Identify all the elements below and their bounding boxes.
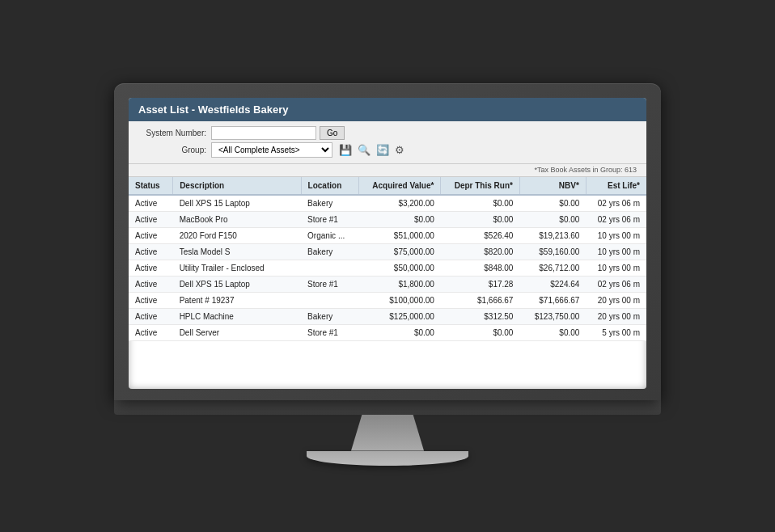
cell-location: Organic ... <box>301 227 358 243</box>
table-body: ActiveDell XPS 15 LaptopBakery$3,200.00$… <box>129 195 646 341</box>
group-select[interactable]: <All Complete Assets> Active Assets Inac… <box>211 142 332 158</box>
cell-depr: $1,666.67 <box>441 292 520 308</box>
app-title: Asset List - Westfields Bakery <box>138 103 288 116</box>
refresh-icon-button[interactable]: 🔄 <box>375 143 391 157</box>
app-container: Asset List - Westfields Bakery System Nu… <box>129 98 646 389</box>
monitor-stand-neck <box>351 415 424 451</box>
toolbar: System Number: Go Group: <All Complete A… <box>129 121 646 164</box>
cell-location: Store #1 <box>301 324 358 340</box>
col-header-acquired: Acquired Value* <box>358 177 441 195</box>
cell-status: Active <box>129 292 173 308</box>
cell-life: 02 yrs 06 m <box>586 276 646 292</box>
table-row[interactable]: ActiveDell XPS 15 LaptopBakery$3,200.00$… <box>129 195 646 212</box>
settings-icon-button[interactable]: ⚙ <box>393 143 406 157</box>
col-header-nbv: NBV* <box>519 177 586 195</box>
cell-life: 20 yrs 00 m <box>586 308 646 324</box>
cell-acquired: $1,800.00 <box>358 276 441 292</box>
cell-description: 2020 Ford F150 <box>173 227 301 243</box>
col-header-status: Status <box>129 177 173 195</box>
cell-acquired: $0.00 <box>358 324 441 340</box>
cell-nbv: $0.00 <box>519 211 586 227</box>
cell-description: Patent # 19237 <box>173 292 301 308</box>
cell-life: 10 yrs 00 m <box>586 243 646 260</box>
toolbar-icon-group: 💾 🔍 🔄 ⚙ <box>337 143 406 157</box>
cell-depr: $848.00 <box>441 260 520 276</box>
cell-nbv: $224.64 <box>519 276 586 292</box>
col-header-description: Description <box>173 177 301 195</box>
cell-description: HPLC Machine <box>173 308 301 324</box>
asset-table: Status Description Location Acquired Val… <box>129 177 646 341</box>
cell-status: Active <box>129 243 173 260</box>
cell-acquired: $3,200.00 <box>358 195 441 212</box>
table-row[interactable]: ActiveHPLC MachineBakery$125,000.00$312.… <box>129 308 646 324</box>
go-button[interactable]: Go <box>320 126 345 140</box>
cell-acquired: $51,000.00 <box>358 227 441 243</box>
cell-life: 02 yrs 06 m <box>586 211 646 227</box>
group-row: Group: <All Complete Assets> Active Asse… <box>138 142 637 158</box>
cell-life: 02 yrs 06 m <box>586 195 646 212</box>
table-row[interactable]: ActivePatent # 19237$100,000.00$1,666.67… <box>129 292 646 308</box>
cell-description: MacBook Pro <box>173 211 301 227</box>
cell-status: Active <box>129 195 173 212</box>
cell-location <box>301 260 358 276</box>
cell-depr: $17.28 <box>441 276 520 292</box>
system-number-input[interactable] <box>211 126 316 140</box>
cell-nbv: $0.00 <box>519 324 586 340</box>
table-row[interactable]: ActiveDell ServerStore #1$0.00$0.00$0.00… <box>129 324 646 340</box>
header-row: Status Description Location Acquired Val… <box>129 177 646 195</box>
cell-status: Active <box>129 308 173 324</box>
col-header-location: Location <box>301 177 358 195</box>
table-row[interactable]: ActiveTesla Model SBakery$75,000.00$820.… <box>129 243 646 260</box>
col-header-depr: Depr This Run* <box>441 177 520 195</box>
info-row: *Tax Book Assets in Group: 613 <box>129 164 646 177</box>
cell-description: Utility Trailer - Enclosed <box>173 260 301 276</box>
monitor-bezel: Asset List - Westfields Bakery System Nu… <box>114 83 661 400</box>
system-number-row: System Number: Go <box>138 126 637 140</box>
cell-nbv: $59,160.00 <box>519 243 586 260</box>
cell-depr: $312.50 <box>441 308 520 324</box>
monitor-wrapper: Asset List - Westfields Bakery System Nu… <box>114 83 661 466</box>
cell-acquired: $0.00 <box>358 211 441 227</box>
table-row[interactable]: ActiveDell XPS 15 LaptopStore #1$1,800.0… <box>129 276 646 292</box>
cell-depr: $0.00 <box>441 195 520 212</box>
cell-acquired: $50,000.00 <box>358 260 441 276</box>
cell-status: Active <box>129 276 173 292</box>
table-row[interactable]: ActiveMacBook ProStore #1$0.00$0.00$0.00… <box>129 211 646 227</box>
cell-location: Store #1 <box>301 276 358 292</box>
cell-depr: $820.00 <box>441 243 520 260</box>
cell-acquired: $125,000.00 <box>358 308 441 324</box>
table-row[interactable]: ActiveUtility Trailer - Enclosed$50,000.… <box>129 260 646 276</box>
app-header: Asset List - Westfields Bakery <box>129 98 646 121</box>
col-header-life: Est Life* <box>586 177 646 195</box>
monitor-stand-base <box>307 451 468 466</box>
cell-status: Active <box>129 211 173 227</box>
cell-depr: $0.00 <box>441 324 520 340</box>
cell-description: Dell XPS 15 Laptop <box>173 195 301 212</box>
group-label: Group: <box>138 146 211 154</box>
cell-location <box>301 292 358 308</box>
cell-acquired: $100,000.00 <box>358 292 441 308</box>
cell-location: Store #1 <box>301 211 358 227</box>
cell-life: 20 yrs 00 m <box>586 292 646 308</box>
cell-status: Active <box>129 227 173 243</box>
cell-life: 5 yrs 00 m <box>586 324 646 340</box>
table-container[interactable]: Status Description Location Acquired Val… <box>129 177 646 389</box>
cell-description: Tesla Model S <box>173 243 301 260</box>
monitor-screen: Asset List - Westfields Bakery System Nu… <box>129 98 646 389</box>
cell-nbv: $0.00 <box>519 195 586 212</box>
cell-nbv: $123,750.00 <box>519 308 586 324</box>
cell-description: Dell XPS 15 Laptop <box>173 276 301 292</box>
table-row[interactable]: Active2020 Ford F150Organic ...$51,000.0… <box>129 227 646 243</box>
save-icon-button[interactable]: 💾 <box>337 143 354 157</box>
monitor-bottom-bezel <box>114 400 661 415</box>
cell-status: Active <box>129 260 173 276</box>
search-icon-button[interactable]: 🔍 <box>356 143 372 157</box>
cell-acquired: $75,000.00 <box>358 243 441 260</box>
cell-depr: $0.00 <box>441 211 520 227</box>
table-header: Status Description Location Acquired Val… <box>129 177 646 195</box>
cell-location: Bakery <box>301 195 358 212</box>
cell-life: 10 yrs 00 m <box>586 260 646 276</box>
cell-depr: $526.40 <box>441 227 520 243</box>
cell-life: 10 yrs 00 m <box>586 227 646 243</box>
system-number-label: System Number: <box>138 129 211 137</box>
